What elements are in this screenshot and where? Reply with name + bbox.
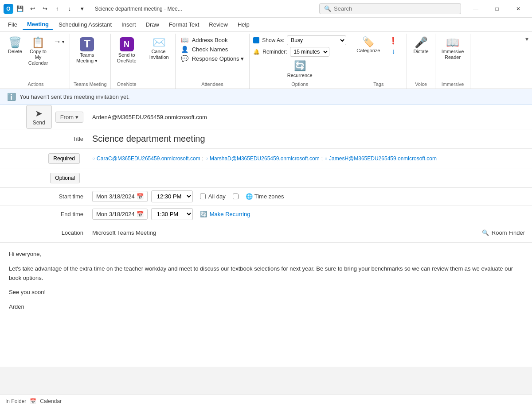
copy-to-calendar-button[interactable]: 📋 Copy to My Calendar xyxy=(26,35,51,68)
separator-1: ; xyxy=(202,155,203,162)
menu-meeting[interactable]: Meeting xyxy=(23,19,53,30)
address-book-icon: 📖 xyxy=(181,36,188,43)
timezone-label: Time zones xyxy=(254,193,284,200)
undo-icon[interactable]: ↩ xyxy=(27,4,37,14)
attendees-group-label: Attendees xyxy=(179,80,246,87)
minimize-button[interactable]: — xyxy=(466,2,486,16)
menu-file[interactable]: File xyxy=(4,19,22,30)
importance-high-button[interactable]: ❗ xyxy=(383,35,403,46)
send-button[interactable]: ➤ Send xyxy=(26,105,52,129)
menu-insert[interactable]: Insert xyxy=(117,19,141,30)
menu-format-text[interactable]: Format Text xyxy=(164,19,203,30)
delete-button[interactable]: 🗑️ Delete xyxy=(5,35,25,56)
body-area[interactable]: Hi everyone, Let's take advantage of the… xyxy=(0,243,532,367)
teams-meeting-button[interactable]: 𝗧 TeamsMeeting ▾ xyxy=(74,35,100,66)
menu-review[interactable]: Review xyxy=(204,19,232,30)
teams-group-label: Teams Meeting xyxy=(74,80,107,87)
window-title: Science department meeting - Mee... xyxy=(95,6,319,12)
immersive-reader-button[interactable]: 📖 ImmersiveReader xyxy=(439,35,467,62)
maximize-button[interactable]: □ xyxy=(487,2,507,16)
end-time-select[interactable]: 1:30 PM 12:30 PM 1:00 PM 2:00 PM xyxy=(151,208,193,220)
attendee-marsha-email[interactable]: MarshaD@M365EDU265459.onmicrosoft.com xyxy=(210,155,320,162)
show-as-label: Show As: xyxy=(262,37,284,43)
close-button[interactable]: ✕ xyxy=(508,2,528,16)
ribbon-group-cancel: ✉️ CancelInvitation xyxy=(145,34,176,89)
menu-help[interactable]: Help xyxy=(233,19,254,30)
optional-content[interactable] xyxy=(89,175,532,181)
search-input[interactable] xyxy=(334,5,456,12)
show-as-select[interactable]: Busy Free Tentative Out of Office Workin… xyxy=(287,35,346,45)
search-bar[interactable]: 🔍 xyxy=(319,3,461,14)
voice-buttons: 🎤 Dictate xyxy=(411,34,431,80)
allday-row: All day xyxy=(200,193,226,200)
menu-scheduling-assistant[interactable]: Scheduling Assistant xyxy=(54,19,116,30)
tags-buttons: 🏷️ Categorize ❗ ↓ xyxy=(354,34,403,80)
onenote-buttons: N Send toOneNote xyxy=(114,34,139,80)
title-content xyxy=(89,129,532,148)
cancel-invitation-button[interactable]: ✉️ CancelInvitation xyxy=(147,35,172,62)
redo-icon[interactable]: ↪ xyxy=(40,4,50,14)
nav-down-icon[interactable]: ↓ xyxy=(65,4,74,14)
categorize-button[interactable]: 🏷️ Categorize xyxy=(354,35,383,55)
from-row: ➤ Send From ▾ ArdenA@M365EDU265459.onmic… xyxy=(0,105,532,129)
cancel-buttons: ✉️ CancelInvitation xyxy=(147,34,172,87)
form-area: ➤ Send From ▾ ArdenA@M365EDU265459.onmic… xyxy=(0,105,532,243)
required-button[interactable]: Required xyxy=(48,153,80,164)
ribbon-group-immersive: 📖 ImmersiveReader Immersive xyxy=(437,34,471,89)
ribbon-expand-icon[interactable]: ▾ xyxy=(525,35,528,43)
onenote-group-label: OneNote xyxy=(114,80,139,87)
forward-icon: → xyxy=(53,37,61,47)
reminder-select[interactable]: 15 minutes None 0 minutes 5 minutes 10 m… xyxy=(290,47,329,57)
quick-access-toolbar: 💾 ↩ ↪ ↑ ↓ ▾ xyxy=(15,4,87,14)
show-as-color-indicator xyxy=(253,37,259,43)
window-controls: — □ ✕ xyxy=(466,2,528,16)
info-message: You haven't sent this meeting invitation… xyxy=(20,93,129,100)
from-button[interactable]: From ▾ xyxy=(55,112,83,123)
allday-checkbox[interactable] xyxy=(200,194,206,199)
dictate-button[interactable]: 🎤 Dictate xyxy=(411,35,431,56)
make-recurring-button[interactable]: 🔄 Make Recurring xyxy=(200,211,250,217)
location-content: Microsoft Teams Meeting 🔍 Room Finder xyxy=(89,225,532,240)
ribbon-group-options: Show As: Busy Free Tentative Out of Offi… xyxy=(251,34,350,89)
location-label: Location xyxy=(0,229,89,236)
response-options-button[interactable]: 💬 Response Options ▾ xyxy=(179,54,246,63)
start-time-select[interactable]: 12:30 PM 12:00 PM 1:00 PM 1:30 PM xyxy=(151,190,193,202)
folder-name: Calendar xyxy=(40,398,62,404)
customize-icon[interactable]: ▾ xyxy=(77,4,87,14)
show-as-row: Show As: Busy Free Tentative Out of Offi… xyxy=(253,35,346,45)
delete-icon: 🗑️ xyxy=(8,37,22,48)
recurrence-button[interactable]: 🔄 Recurrence xyxy=(255,58,344,80)
ribbon-group-teams: 𝗧 TeamsMeeting ▾ Teams Meeting xyxy=(72,34,111,89)
start-time-label: Start time xyxy=(0,193,89,200)
from-address: ArdenA@M365EDU265459.onmicrosoft.com xyxy=(89,111,532,123)
importance-low-button[interactable]: ↓ xyxy=(383,47,403,56)
menu-draw[interactable]: Draw xyxy=(141,19,164,30)
room-finder-label: Room Finder xyxy=(492,229,525,236)
make-recurring-label: Make Recurring xyxy=(210,211,250,217)
end-time-content: Mon 3/18/2024 📅 1:30 PM 12:30 PM 1:00 PM… xyxy=(89,206,532,222)
nav-up-icon[interactable]: ↑ xyxy=(52,4,62,14)
send-label: Send xyxy=(33,120,45,126)
ribbon-group-voice: 🎤 Dictate Voice xyxy=(409,34,435,89)
forward-button[interactable]: → ▾ xyxy=(51,35,66,48)
location-value[interactable]: Microsoft Teams Meeting xyxy=(92,229,156,236)
actions-group-label: Actions xyxy=(5,80,66,87)
start-date-picker[interactable]: Mon 3/18/2024 📅 xyxy=(92,191,148,202)
dictate-label: Dictate xyxy=(413,49,428,54)
send-to-onenote-button[interactable]: N Send toOneNote xyxy=(114,35,139,66)
attendee-james-email[interactable]: JamesH@M365EDU265459.onmicrosoft.com xyxy=(329,155,437,162)
timezone-checkbox[interactable] xyxy=(233,194,239,199)
title-input[interactable] xyxy=(92,132,528,146)
address-book-button[interactable]: 📖 Address Book xyxy=(179,35,246,44)
check-names-button[interactable]: 👤 Check Names xyxy=(179,45,246,54)
timezone-row[interactable]: 🌐 Time zones xyxy=(246,193,284,200)
copy-calendar-icon: 📋 xyxy=(31,37,45,48)
send-arrow-icon: ➤ xyxy=(35,108,43,119)
save-icon[interactable]: 💾 xyxy=(15,4,25,14)
room-finder-button[interactable]: 🔍 Room Finder xyxy=(478,228,528,238)
optional-row: Optional xyxy=(0,168,532,188)
optional-button[interactable]: Optional xyxy=(50,173,80,183)
attendee-cara-email[interactable]: CaraC@M365EDU265459.onmicrosoft.com xyxy=(97,155,200,162)
delete-label: Delete xyxy=(8,49,22,54)
end-date-picker[interactable]: Mon 3/18/2024 📅 xyxy=(92,209,148,220)
